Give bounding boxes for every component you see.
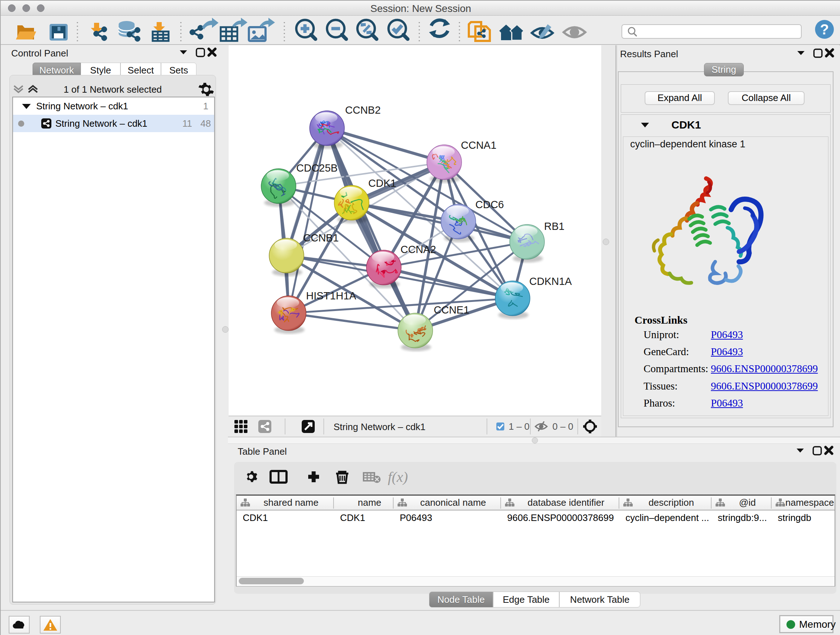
svg-text:0 – 0: 0 – 0 (553, 421, 573, 432)
svg-text:1 – 0: 1 – 0 (508, 421, 530, 432)
svg-text:f(x): f(x) (388, 469, 408, 485)
svg-text:CCNB1: CCNB1 (303, 232, 339, 244)
svg-text:CDK1: CDK1 (368, 177, 396, 189)
svg-text:String Network – cdk1: String Network – cdk1 (333, 421, 425, 432)
svg-text:?: ? (820, 21, 829, 37)
svg-text:CCNE1: CCNE1 (434, 304, 469, 316)
svg-text:CCNB2: CCNB2 (345, 104, 381, 116)
svg-text:CDC6: CDC6 (475, 199, 504, 211)
svg-text:CCNA1: CCNA1 (461, 139, 496, 151)
svg-text:HIST1H1A: HIST1H1A (306, 290, 356, 302)
svg-text:CDC25B: CDC25B (296, 162, 338, 174)
svg-text:RB1: RB1 (544, 220, 564, 232)
svg-text:CDKN1A: CDKN1A (529, 276, 572, 287)
svg-text:CCNA2: CCNA2 (401, 244, 436, 255)
